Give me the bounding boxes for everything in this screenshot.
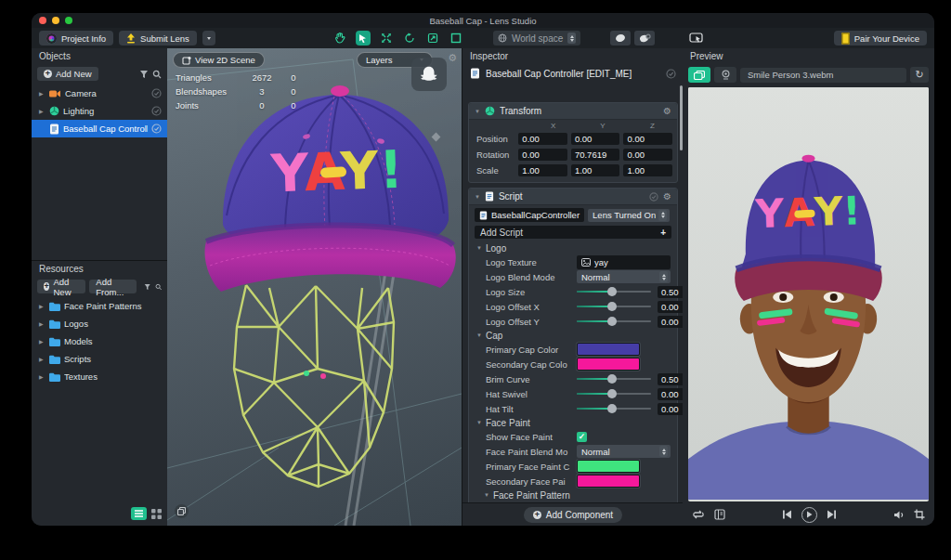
expand-caret-icon[interactable]: ▶ <box>39 320 46 327</box>
brim-curve-slider[interactable] <box>577 373 651 384</box>
folder-face-paint-patterns[interactable]: ▶ Face Paint Patterns <box>32 297 167 315</box>
grid-view-button[interactable] <box>151 509 162 519</box>
rotation-y-field[interactable]: 70.7619 <box>571 149 620 161</box>
logo-section-header[interactable]: ▼ Logo <box>469 241 677 254</box>
project-info-button[interactable]: Project Info <box>39 31 113 46</box>
enabled-toggle-icon[interactable] <box>151 88 162 98</box>
expand-caret-icon[interactable]: ▶ <box>39 356 46 362</box>
expand-caret-icon[interactable]: ▶ <box>39 338 46 345</box>
submit-lens-dropdown[interactable] <box>202 31 215 46</box>
logo-offset-x-slider[interactable] <box>577 301 651 312</box>
expand-caret-icon[interactable]: ▶ <box>39 108 46 114</box>
snapchat-ghost-button[interactable] <box>411 58 447 91</box>
logo-offset-x-value[interactable]: 0.00 <box>658 301 684 313</box>
secondary-cap-color-swatch[interactable] <box>577 358 640 371</box>
add-from-button[interactable]: Add From... <box>89 280 137 293</box>
expand-caret-icon[interactable]: ▶ <box>39 373 46 380</box>
scale-x-field[interactable]: 1.00 <box>518 164 567 176</box>
loop-icon[interactable] <box>692 509 705 520</box>
scale-y-field[interactable]: 1.00 <box>571 164 620 176</box>
transform-gear-icon[interactable]: ⚙ <box>663 106 671 116</box>
pair-device-button[interactable]: Pair Your Device <box>834 31 927 46</box>
preview-video[interactable]: YAY! <box>688 87 929 501</box>
hat-swivel-slider[interactable] <box>577 388 651 399</box>
select-tool-icon[interactable] <box>356 31 371 46</box>
position-y-field[interactable]: 0.00 <box>571 133 620 145</box>
logo-offset-y-slider[interactable] <box>577 316 651 327</box>
scene-settings-gear-icon[interactable]: ⚙ <box>448 52 457 64</box>
media-source-button[interactable] <box>688 67 710 83</box>
add-script-field[interactable]: Add Script + <box>475 226 671 239</box>
preview-source-dropdown[interactable]: Smile Person 3.webm <box>740 68 906 83</box>
enabled-toggle-icon[interactable] <box>649 192 658 202</box>
filter-icon[interactable] <box>139 70 149 79</box>
show-face-paint-checkbox[interactable]: ✓ <box>577 432 587 442</box>
tree-item-baseball-cap-controller[interactable]: ▶ Baseball Cap Controller [EDI <box>32 120 167 137</box>
primary-face-paint-swatch[interactable] <box>577 460 640 473</box>
folder-models[interactable]: ▶ Models <box>32 332 167 350</box>
cap-section-header[interactable]: ▼ Cap <box>469 329 677 342</box>
skip-back-icon[interactable] <box>782 510 792 519</box>
search-icon[interactable] <box>152 70 162 79</box>
primary-cap-color-swatch[interactable] <box>577 343 640 356</box>
play-button[interactable] <box>801 507 817 523</box>
logo-blend-dropdown[interactable]: Normal <box>577 270 671 283</box>
collapse-caret-icon[interactable]: ▼ <box>475 194 480 200</box>
snapshot-icon[interactable] <box>175 504 189 518</box>
script-event-dropdown[interactable]: Lens Turned On <box>588 209 670 222</box>
hat-tilt-slider[interactable] <box>577 403 651 414</box>
restart-preview-button[interactable]: ↻ <box>910 67 929 83</box>
crop-icon[interactable] <box>914 509 925 520</box>
view-2d-scene-button[interactable]: View 2D Scene <box>173 52 265 68</box>
logo-texture-field[interactable]: yay <box>577 255 671 269</box>
skip-forward-icon[interactable] <box>827 510 837 519</box>
transform-tool-icon[interactable] <box>425 31 440 46</box>
tree-item-lighting[interactable]: ▶ Lighting <box>32 102 167 120</box>
brim-curve-value[interactable]: 0.50 <box>658 373 684 385</box>
face-paint-blend-dropdown[interactable]: Normal <box>577 445 671 458</box>
select-region-icon[interactable] <box>688 31 703 46</box>
webcam-button[interactable] <box>714 67 736 83</box>
filter-icon[interactable] <box>144 282 150 292</box>
folder-logos[interactable]: ▶ Logos <box>32 315 167 332</box>
inspected-object-row[interactable]: Baseball Cap Controller [EDIT_ME] <box>462 65 684 82</box>
folder-textures[interactable]: ▶ Textures <box>32 368 167 385</box>
script-asset-chip[interactable]: BaseballCapController <box>475 208 584 222</box>
logo-size-value[interactable]: 0.50 <box>658 286 684 298</box>
rect-tool-icon[interactable] <box>449 31 463 46</box>
face-paint-pattern-header[interactable]: ▼ Face Paint Pattern <box>469 488 677 501</box>
objects-add-new-button[interactable]: + Add New <box>37 67 98 81</box>
add-component-button[interactable]: + Add Component <box>524 507 622 523</box>
material-icon[interactable] <box>610 31 631 46</box>
position-x-field[interactable]: 0.00 <box>518 133 567 145</box>
volume-icon[interactable] <box>893 510 905 520</box>
search-icon[interactable] <box>155 282 162 292</box>
submit-lens-button[interactable]: Submit Lens <box>119 31 197 46</box>
move-tool-icon[interactable] <box>379 31 394 46</box>
hat-swivel-value[interactable]: 0.00 <box>658 388 684 400</box>
rotate-tool-icon[interactable] <box>402 31 417 46</box>
expand-caret-icon[interactable]: ▶ <box>39 303 46 309</box>
logo-size-slider[interactable] <box>577 286 651 297</box>
rotation-x-field[interactable]: 0.00 <box>518 149 567 161</box>
logo-offset-y-value[interactable]: 0.00 <box>658 316 684 328</box>
overlay-panel-icon[interactable] <box>714 509 725 520</box>
enabled-toggle-icon[interactable] <box>151 106 162 116</box>
resources-add-new-button[interactable]: + Add New <box>37 280 85 293</box>
scale-z-field[interactable]: 1.00 <box>623 164 672 176</box>
position-z-field[interactable]: 0.00 <box>623 133 672 145</box>
folder-scripts[interactable]: ▶ Scripts <box>32 350 167 368</box>
hat-tilt-value[interactable]: 0.00 <box>658 403 684 415</box>
secondary-face-paint-swatch[interactable] <box>577 475 640 488</box>
enabled-toggle-icon[interactable] <box>151 124 162 134</box>
collapse-caret-icon[interactable]: ▼ <box>475 109 480 114</box>
rotation-z-field[interactable]: 0.00 <box>623 149 672 161</box>
scene-viewport[interactable]: YAY! View 2D Scene Layers ⚙ Triangles267… <box>167 48 462 526</box>
space-mode-dropdown[interactable]: World space <box>493 31 580 46</box>
enabled-toggle-icon[interactable] <box>666 69 676 79</box>
tree-item-camera[interactable]: ▶ Camera <box>32 85 167 102</box>
material-add-icon[interactable] <box>634 31 655 46</box>
face-paint-section-header[interactable]: ▼ Face Paint <box>469 416 677 429</box>
script-gear-icon[interactable]: ⚙ <box>663 191 671 202</box>
list-view-button[interactable] <box>131 507 147 520</box>
